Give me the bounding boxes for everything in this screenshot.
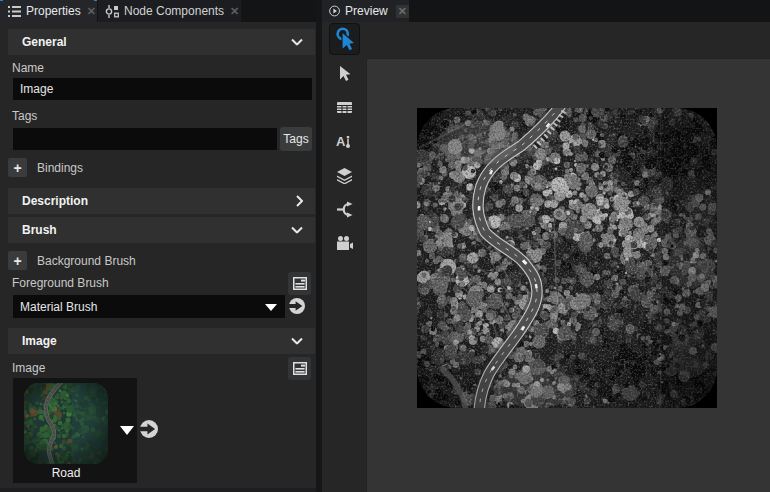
- svg-text:A: A: [336, 134, 346, 149]
